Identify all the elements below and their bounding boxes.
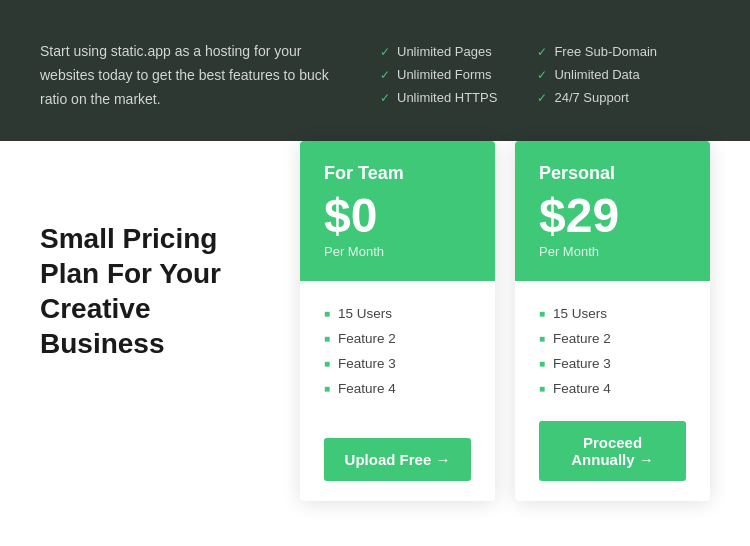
- feature-list-item: ■ Feature 3: [539, 351, 686, 376]
- bullet-icon: ■: [324, 333, 330, 344]
- check-icon: ✓: [537, 91, 547, 105]
- feature-list-item: ■ Feature 4: [539, 376, 686, 401]
- card-title: Personal: [539, 163, 686, 184]
- check-icon: ✓: [537, 45, 547, 59]
- feature-list-item: ■ Feature 3: [324, 351, 471, 376]
- feature-item: ✓Unlimited Forms: [380, 67, 497, 82]
- bullet-icon: ■: [539, 358, 545, 369]
- pricing-card-0: For Team $0 Per Month ■ 15 Users ■ Featu…: [300, 141, 495, 501]
- bottom-left: Small Pricing Plan For Your Creative Bus…: [40, 141, 300, 501]
- card-price: $0: [324, 192, 471, 240]
- features-col-2: ✓Free Sub-Domain✓Unlimited Data✓24/7 Sup…: [537, 44, 657, 105]
- check-icon: ✓: [380, 91, 390, 105]
- feature-list-item: ■ 15 Users: [539, 301, 686, 326]
- description-text: Start using static.app as a hosting for …: [40, 40, 340, 111]
- feature-list-item: ■ Feature 2: [324, 326, 471, 351]
- card-price: $29: [539, 192, 686, 240]
- feature-text: Feature 3: [338, 356, 396, 371]
- bullet-icon: ■: [539, 308, 545, 319]
- feature-list-item: ■ Feature 4: [324, 376, 471, 401]
- features-columns: ✓Unlimited Pages✓Unlimited Forms✓Unlimit…: [380, 40, 710, 105]
- feature-label: Free Sub-Domain: [554, 44, 657, 59]
- pricing-heading: Small Pricing Plan For Your Creative Bus…: [40, 221, 280, 361]
- feature-list-item: ■ Feature 2: [539, 326, 686, 351]
- card-header: For Team $0 Per Month: [300, 141, 495, 281]
- card-period: Per Month: [324, 244, 471, 259]
- feature-text: Feature 4: [338, 381, 396, 396]
- top-description-block: Start using static.app as a hosting for …: [40, 40, 340, 111]
- bullet-icon: ■: [539, 333, 545, 344]
- card-body: ■ 15 Users ■ Feature 2 ■ Feature 3 ■ Fea…: [515, 281, 710, 501]
- bullet-icon: ■: [324, 358, 330, 369]
- feature-label: 24/7 Support: [554, 90, 628, 105]
- feature-item: ✓Unlimited Data: [537, 67, 657, 82]
- feature-text: Feature 3: [553, 356, 611, 371]
- bullet-icon: ■: [324, 383, 330, 394]
- feature-item: ✓Free Sub-Domain: [537, 44, 657, 59]
- feature-text: 15 Users: [553, 306, 607, 321]
- card-cta-button[interactable]: Upload Free →: [324, 438, 471, 481]
- feature-item: ✓24/7 Support: [537, 90, 657, 105]
- feature-text: Feature 4: [553, 381, 611, 396]
- feature-label: Unlimited Pages: [397, 44, 492, 59]
- card-title: For Team: [324, 163, 471, 184]
- bullet-icon: ■: [539, 383, 545, 394]
- check-icon: ✓: [537, 68, 547, 82]
- feature-list: ■ 15 Users ■ Feature 2 ■ Feature 3 ■ Fea…: [324, 301, 471, 401]
- cards-container: For Team $0 Per Month ■ 15 Users ■ Featu…: [300, 141, 710, 501]
- feature-label: Unlimited Data: [554, 67, 639, 82]
- feature-text: Feature 2: [553, 331, 611, 346]
- feature-text: Feature 2: [338, 331, 396, 346]
- bullet-icon: ■: [324, 308, 330, 319]
- bottom-section: Small Pricing Plan For Your Creative Bus…: [0, 141, 750, 501]
- card-period: Per Month: [539, 244, 686, 259]
- feature-item: ✓Unlimited Pages: [380, 44, 497, 59]
- feature-list-item: ■ 15 Users: [324, 301, 471, 326]
- feature-text: 15 Users: [338, 306, 392, 321]
- card-cta-button[interactable]: Proceed Annually →: [539, 421, 686, 481]
- pricing-card-1: Personal $29 Per Month ■ 15 Users ■ Feat…: [515, 141, 710, 501]
- feature-item: ✓Unlimited HTTPS: [380, 90, 497, 105]
- check-icon: ✓: [380, 68, 390, 82]
- card-header: Personal $29 Per Month: [515, 141, 710, 281]
- card-body: ■ 15 Users ■ Feature 2 ■ Feature 3 ■ Fea…: [300, 281, 495, 501]
- check-icon: ✓: [380, 45, 390, 59]
- feature-list: ■ 15 Users ■ Feature 2 ■ Feature 3 ■ Fea…: [539, 301, 686, 401]
- feature-label: Unlimited Forms: [397, 67, 492, 82]
- feature-label: Unlimited HTTPS: [397, 90, 497, 105]
- features-col-1: ✓Unlimited Pages✓Unlimited Forms✓Unlimit…: [380, 44, 497, 105]
